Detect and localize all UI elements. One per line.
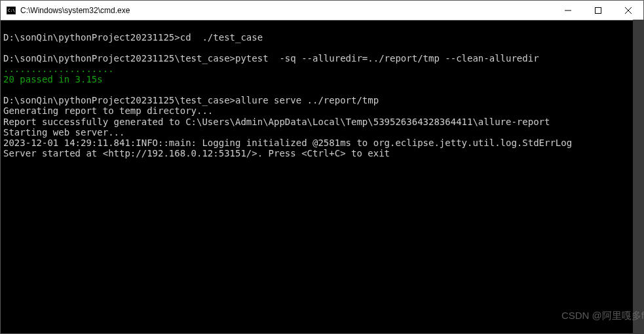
console-line	[3, 84, 641, 95]
close-button[interactable]	[613, 1, 643, 20]
watermark: CSDN @阿里嘎多f	[561, 310, 644, 322]
console-line: D:\sonQin\pythonProject20231125\test_cas…	[3, 53, 641, 64]
console-line: Report successfully generated to C:\User…	[3, 117, 641, 127]
console-line: 20 passed in 3.15s	[3, 74, 641, 84]
cmd-icon: C:\	[6, 5, 16, 16]
maximize-button[interactable]	[583, 1, 613, 20]
console-line: Generating report to temp directory...	[3, 105, 641, 116]
scrollbar[interactable]	[633, 20, 644, 334]
window-title: C:\Windows\system32\cmd.exe	[20, 6, 553, 15]
console-line	[3, 43, 641, 53]
svg-rect-3	[596, 7, 601, 13]
window-controls	[553, 1, 643, 20]
console-line	[3, 22, 641, 32]
console-output[interactable]: D:\sonQin\pythonProject20231125>cd ./tes…	[1, 20, 643, 333]
minimize-button[interactable]	[553, 1, 583, 20]
titlebar[interactable]: C:\ C:\Windows\system32\cmd.exe	[1, 1, 643, 20]
console-line: 2023-12-01 14:29:11.841:INFO::main: Logg…	[3, 138, 641, 148]
console-line: Server started at <http://192.168.0.12:5…	[3, 148, 641, 158]
console-line: Starting web server...	[3, 127, 641, 138]
console-line: ....................	[3, 64, 641, 74]
console-line: D:\sonQin\pythonProject20231125>cd ./tes…	[3, 32, 641, 43]
svg-text:C:\: C:\	[8, 8, 15, 12]
console-line: D:\sonQin\pythonProject20231125\test_cas…	[3, 95, 641, 105]
cmd-window: C:\ C:\Windows\system32\cmd.exe D:\sonQi…	[0, 0, 644, 334]
